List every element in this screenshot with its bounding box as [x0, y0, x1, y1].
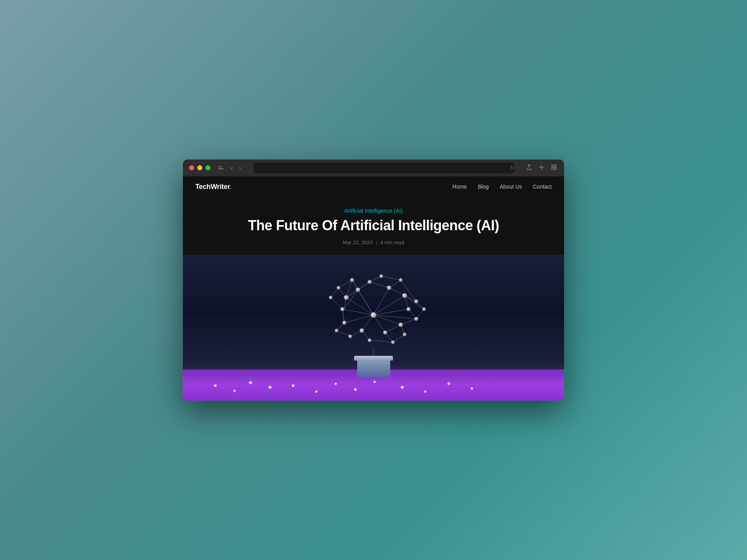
svg-line-10	[374, 315, 385, 332]
floor-ball	[374, 381, 376, 383]
svg-rect-1	[554, 165, 556, 167]
nav-item-home[interactable]: Home	[452, 183, 467, 190]
svg-point-75	[337, 286, 340, 289]
nav-link-home[interactable]: Home	[452, 184, 467, 190]
nav-item-blog[interactable]: Blog	[478, 183, 489, 190]
hero-meta: Mar 22, 2023 | 4 min read	[195, 240, 552, 245]
svg-line-11	[362, 315, 374, 331]
svg-point-74	[329, 296, 333, 299]
pedestal	[354, 356, 393, 377]
svg-point-72	[349, 334, 352, 338]
browser-chrome: ‹ › ↻	[183, 159, 564, 177]
svg-line-51	[405, 296, 424, 309]
address-bar[interactable]	[254, 163, 514, 173]
svg-point-67	[414, 299, 418, 303]
forward-button[interactable]: ›	[237, 164, 242, 172]
svg-rect-2	[552, 168, 554, 170]
svg-line-7	[374, 296, 405, 315]
pedestal-body	[357, 360, 390, 377]
svg-point-66	[399, 278, 403, 282]
browser-controls: ‹ ›	[218, 164, 243, 172]
minimize-button[interactable]	[197, 165, 202, 170]
svg-point-63	[350, 278, 354, 282]
nav-link-blog[interactable]: Blog	[478, 184, 489, 190]
svg-line-12	[344, 315, 374, 323]
svg-line-22	[370, 282, 389, 288]
svg-line-32	[385, 325, 401, 332]
svg-line-18	[346, 280, 352, 298]
hero-title: The Future Of Artificial Intelligence (A…	[195, 218, 552, 233]
svg-point-59	[383, 331, 387, 334]
floor-ball	[214, 384, 217, 387]
back-button[interactable]: ‹	[229, 164, 234, 172]
svg-point-62	[340, 307, 344, 311]
floor-ball	[292, 384, 295, 387]
svg-point-52	[371, 312, 376, 318]
svg-point-53	[344, 295, 349, 300]
svg-line-38	[331, 288, 338, 298]
hero-date: Mar 22, 2023	[343, 240, 373, 245]
svg-point-55	[387, 285, 391, 290]
svg-point-65	[380, 274, 383, 278]
floor-ball	[315, 390, 317, 393]
logo-dot: .	[230, 183, 231, 191]
svg-line-40	[381, 276, 401, 280]
svg-line-37	[342, 309, 344, 323]
nav-links: Home Blog About Us Contact	[452, 183, 552, 190]
reload-icon[interactable]: ↻	[510, 165, 514, 171]
website-content: TechWriter. Home Blog About Us Contact A…	[183, 177, 564, 401]
nav-link-contact[interactable]: Contact	[533, 184, 552, 190]
svg-line-23	[370, 276, 381, 282]
svg-line-15	[374, 315, 416, 319]
hero-read-time: 4 min read	[380, 240, 404, 245]
nav-link-about[interactable]: About Us	[500, 184, 522, 190]
maximize-button[interactable]	[205, 165, 210, 170]
new-tab-button[interactable]	[538, 163, 545, 173]
svg-line-39	[331, 298, 342, 309]
svg-point-73	[335, 329, 338, 332]
meta-separator: |	[376, 240, 377, 245]
grid-button[interactable]	[550, 163, 558, 173]
svg-point-71	[368, 338, 372, 342]
close-button[interactable]	[189, 165, 194, 170]
address-bar-container: ↻	[251, 163, 517, 173]
svg-line-9	[374, 315, 401, 325]
sidebar-toggle-button[interactable]	[218, 165, 226, 171]
site-navigation: TechWriter. Home Blog About Us Contact	[183, 177, 564, 197]
svg-line-44	[370, 340, 393, 342]
logo-text: TechWriter	[195, 183, 230, 191]
svg-line-24	[389, 288, 405, 296]
floor-ball	[354, 388, 357, 391]
hero-category: Artificial Intelligence (AI)	[195, 208, 552, 214]
svg-rect-3	[554, 168, 556, 170]
svg-line-29	[401, 319, 416, 325]
svg-point-60	[360, 328, 364, 332]
floor-ball	[249, 381, 252, 384]
svg-line-43	[393, 334, 405, 342]
floor-ball	[335, 383, 337, 385]
browser-window: ‹ › ↻	[183, 159, 564, 401]
svg-point-70	[391, 340, 395, 344]
svg-point-57	[407, 307, 410, 311]
svg-line-45	[337, 331, 350, 336]
site-logo[interactable]: TechWriter.	[195, 183, 231, 191]
floor-ball	[268, 386, 272, 389]
hero-image-inner	[183, 255, 564, 401]
nav-item-contact[interactable]: Contact	[533, 183, 552, 190]
floor-ball	[401, 386, 404, 389]
svg-point-76	[423, 307, 426, 311]
traffic-lights	[189, 165, 210, 170]
hero-section: Artificial Intelligence (AI) The Future …	[183, 197, 564, 255]
svg-point-58	[399, 322, 403, 327]
floor-ball	[233, 390, 236, 392]
svg-point-69	[403, 332, 407, 336]
svg-point-56	[402, 293, 407, 298]
nav-item-about[interactable]: About Us	[500, 183, 522, 190]
browser-actions	[525, 163, 558, 173]
hero-image	[183, 255, 564, 401]
svg-point-61	[342, 321, 346, 325]
share-button[interactable]	[525, 163, 533, 173]
svg-line-8	[374, 309, 409, 315]
neural-network-viz	[284, 259, 463, 371]
svg-point-64	[368, 280, 372, 284]
